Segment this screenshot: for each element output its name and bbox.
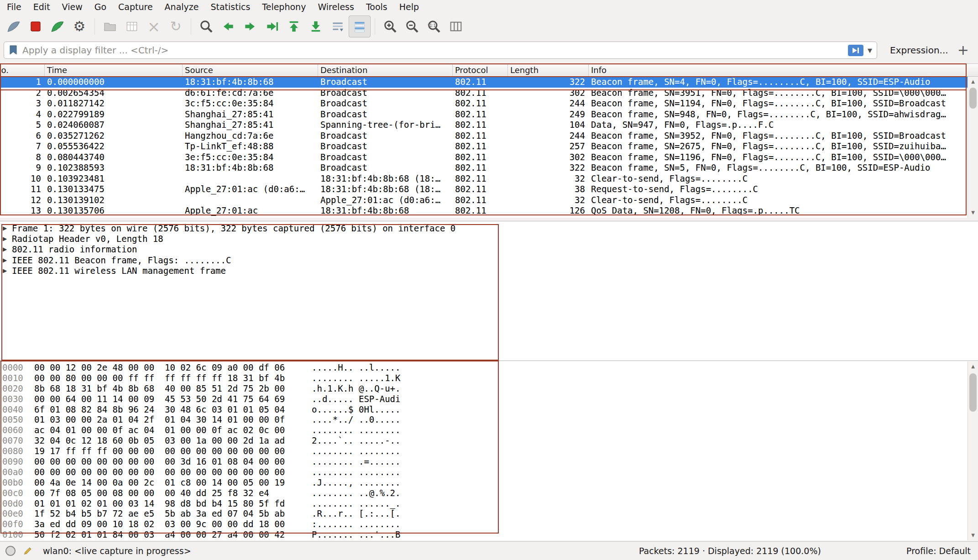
start-capture-button[interactable] [3,16,25,37]
hex-row-0020[interactable]: 00208b 68 18 31 bf 4b 8b 68 40 00 85 51 … [0,383,978,394]
menu-view[interactable]: View [56,0,89,14]
packet-row-13[interactable]: 130.130135706Apple_27:01:ac18:31:bf:4b:8… [0,205,968,216]
menu-help[interactable]: Help [393,0,425,14]
hex-scrollbar[interactable]: ▲ ▼ [968,361,978,540]
scroll-up-icon[interactable]: ▲ [968,77,978,87]
hex-offset: 00a0 [2,467,23,477]
packet-row-11[interactable]: 110.130133475Apple_27:01:ac (d0:a6:…18:3… [0,184,968,195]
display-filter-input[interactable] [21,44,845,56]
close-file-button[interactable]: × [143,16,165,37]
cell-length: 322 [508,162,589,173]
packet-row-10[interactable]: 100.10392348118:31:bf:4b:8b:68 (18:…802.… [0,173,968,184]
hex-row-0050[interactable]: 005001 03 00 00 2a 01 04 2f 01 04 30 14 … [0,414,978,425]
column-header-time[interactable]: Time [45,64,183,76]
zoom-out-button[interactable] [401,16,423,37]
expander-triangle-icon[interactable]: ▶ [3,267,12,274]
column-header-no[interactable]: No. [0,64,45,76]
reload-file-button[interactable]: ↻ [165,16,187,37]
auto-scroll-button[interactable] [327,16,349,37]
expander-triangle-icon[interactable]: ▶ [3,246,12,252]
apply-filter-button[interactable] [847,44,864,57]
colorize-button[interactable] [349,16,371,37]
save-file-button[interactable] [121,16,143,37]
menu-capture[interactable]: Capture [112,0,159,14]
find-packet-button[interactable] [195,16,217,37]
column-header-protocol[interactable]: Protocol [453,64,508,76]
resize-columns-button[interactable] [445,16,467,37]
menu-tools[interactable]: Tools [360,0,393,14]
zoom-original-button[interactable]: 1:1 [423,16,445,37]
detail-line[interactable]: ▶Radiotap Header v0, Length 18 [0,233,978,244]
scroll-up-icon[interactable]: ▲ [968,361,978,372]
expander-triangle-icon[interactable]: ▶ [3,236,12,242]
go-to-bottom-button[interactable] [305,16,327,37]
column-header-length[interactable]: Length [508,64,589,76]
go-forward-button[interactable] [239,16,261,37]
go-to-top-button[interactable] [283,16,305,37]
scroll-down-icon[interactable]: ▼ [968,208,978,218]
open-file-button[interactable] [99,16,121,37]
scrollbar-thumb[interactable] [969,373,977,412]
packet-list-scrollbar[interactable]: ▲ ▼ [968,77,978,218]
packet-row-8[interactable]: 80.0804437403e:f5:cc:0e:35:84Broadcast80… [0,152,968,163]
hex-row-00b0[interactable]: 00b000 4a 0e 14 00 0a 00 2c 01 c8 00 14 … [0,477,978,488]
hex-row-00a0[interactable]: 00a000 00 00 00 00 00 00 00 00 00 00 00 … [0,467,978,477]
column-header-source[interactable]: Source [183,64,318,76]
menu-file[interactable]: File [1,0,27,14]
detail-line[interactable]: ▶802.11 radio information [0,244,978,255]
menu-statistics[interactable]: Statistics [204,0,256,14]
packet-row-1[interactable]: 10.00000000018:31:bf:4b:8b:68Broadcast80… [0,77,968,88]
filter-dropdown-icon[interactable]: ▼ [868,47,872,54]
hex-row-0060[interactable]: 0060ac 04 01 00 00 0f ac 04 01 00 00 0f … [0,425,978,435]
hex-row-0010[interactable]: 001000 00 80 00 00 00 ff ff ff ff ff ff … [0,373,978,383]
hex-row-0100[interactable]: 010050 f2 02 01 01 84 00 03 a4 00 00 27 … [0,529,978,540]
expression-button[interactable]: Expression... [890,45,948,56]
detail-line[interactable]: ▶IEEE 802.11 wireless LAN management fra… [0,266,978,276]
packet-row-12[interactable]: 120.130139102Apple_27:01:ac (d0:a6:…802.… [0,195,968,206]
hex-row-00d0[interactable]: 00d001 01 01 02 01 00 03 14 98 d8 bd b4 … [0,498,978,509]
expander-triangle-icon[interactable]: ▶ [3,225,12,231]
go-to-packet-button[interactable] [261,16,283,37]
detail-line[interactable]: ▶IEEE 802.11 Beacon frame, Flags: ......… [0,255,978,265]
stop-capture-button[interactable] [25,16,47,37]
hex-row-00c0[interactable]: 00c000 7f 08 05 00 08 00 00 00 40 dd 25 … [0,488,978,498]
packet-row-7[interactable]: 70.055536422Tp-LinkT_ef:48:88Broadcast80… [0,141,968,152]
column-header-info[interactable]: Info [589,64,978,76]
capture-options-button[interactable]: ⚙ [68,16,90,37]
scrollbar-thumb[interactable] [969,88,977,109]
hex-row-0080[interactable]: 008019 17 ff ff ff 00 00 00 00 00 00 00 … [0,446,978,456]
hex-row-00f0[interactable]: 00f03a ed dd 09 00 10 18 02 03 00 9c 00 … [0,519,978,529]
scroll-down-icon[interactable]: ▼ [968,530,978,540]
filter-bookmark-icon[interactable] [9,45,18,56]
hex-row-0070[interactable]: 007032 04 0c 12 18 60 0b 05 03 00 1a 00 … [0,435,978,446]
hex-row-0040[interactable]: 00406f 01 08 82 84 8b 96 24 30 48 6c 03 … [0,404,978,415]
menu-go[interactable]: Go [89,0,112,14]
packet-row-9[interactable]: 90.10238859318:31:bf:4b:8b:68Broadcast80… [0,162,968,173]
zoom-in-button[interactable] [379,16,401,37]
go-back-button[interactable] [217,16,239,37]
menu-wireless[interactable]: Wireless [312,0,360,14]
expander-triangle-icon[interactable]: ▶ [3,257,12,263]
menu-analyze[interactable]: Analyze [159,0,205,14]
detail-line[interactable]: ▶Frame 1: 322 bytes on wire (2576 bits),… [0,223,978,233]
cell-protocol: 802.11 [453,141,508,152]
display-filter-box[interactable]: ▼ [4,42,877,59]
menu-telephony[interactable]: Telephony [256,0,312,14]
packet-row-3[interactable]: 30.0118271423c:f5:cc:0e:35:84Broadcast80… [0,98,968,109]
packet-row-5[interactable]: 50.024060087Shanghai_27:85:41Spanning-tr… [0,120,968,131]
cell-length: 32 [508,195,589,206]
capture-comment-pencil-icon[interactable] [23,546,33,556]
profile-button[interactable]: Profile: Default [906,546,971,556]
restart-capture-button[interactable] [47,16,68,37]
add-filter-button[interactable]: + [957,43,972,57]
expert-info-icon[interactable] [5,546,16,556]
hex-row-00e0[interactable]: 00e01f 52 b4 b5 b7 72 ae e5 5b ab 3a ed … [0,508,978,519]
menu-edit[interactable]: Edit [27,0,56,14]
packet-row-2[interactable]: 20.002654354d6:61:fe:cd:7a:6eBroadcast80… [0,88,968,99]
hex-row-0030[interactable]: 003000 00 64 00 11 14 00 09 45 53 50 2d … [0,394,978,404]
column-header-destination[interactable]: Destination [318,64,453,76]
hex-row-0000[interactable]: 000000 00 12 00 2e 48 00 00 10 02 6c 09 … [0,362,978,373]
packet-row-6[interactable]: 60.035271262Hangzhou_cd:7a:6eBroadcast80… [0,131,968,141]
hex-row-0090[interactable]: 009000 00 00 00 00 00 00 00 00 3d 16 01 … [0,456,978,467]
packet-row-4[interactable]: 40.022799189Shanghai_27:85:41Broadcast80… [0,109,968,120]
